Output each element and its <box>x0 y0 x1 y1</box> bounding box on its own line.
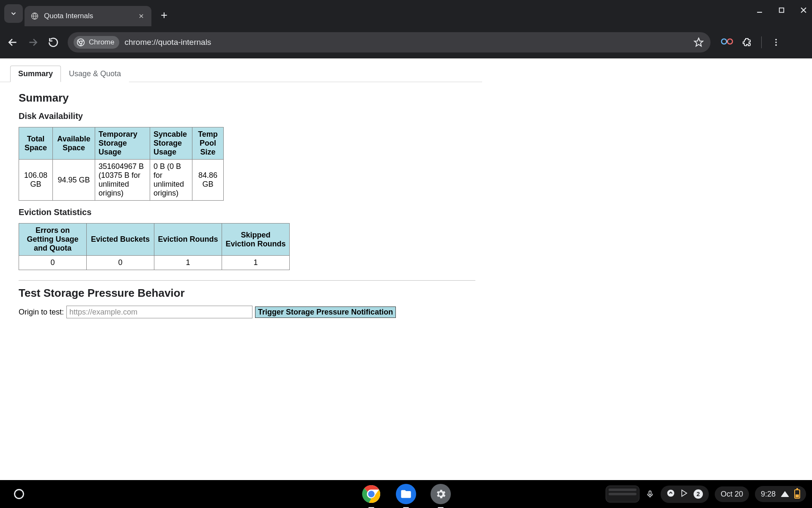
extensions-icon[interactable] <box>741 36 753 48</box>
kebab-menu-icon[interactable] <box>770 36 782 48</box>
notification-badge: 2 <box>694 489 703 499</box>
chrome-icon <box>76 38 85 47</box>
window-controls <box>754 5 809 15</box>
table-header-row: Errors on Getting Usage and Quota Evicte… <box>19 224 290 256</box>
svg-point-18 <box>727 39 732 44</box>
tab-usage-quota[interactable]: Usage & Quota <box>61 66 129 82</box>
maximize-icon[interactable] <box>776 5 787 15</box>
cell-skipped-rounds: 1 <box>222 256 290 270</box>
svg-rect-6 <box>779 8 784 13</box>
mic-icon[interactable] <box>645 489 655 499</box>
svg-point-20 <box>775 39 777 41</box>
omnibox[interactable]: Chrome chrome://quota-internals <box>68 32 710 52</box>
tab-strip: Quota Internals <box>0 0 812 26</box>
svg-point-29 <box>667 489 675 497</box>
origin-input[interactable] <box>66 306 252 318</box>
trigger-pressure-button[interactable]: Trigger Storage Pressure Notification <box>255 306 396 318</box>
svg-point-21 <box>775 41 777 43</box>
eviction-stats-table: Errors on Getting Usage and Quota Evicte… <box>19 223 290 270</box>
date-pill[interactable]: Oct 20 <box>715 486 749 502</box>
cell-temp-storage: 351604967 B (10375 B for unlimited origi… <box>95 160 150 201</box>
tab-summary[interactable]: Summary <box>10 66 61 82</box>
col-evicted-buckets: Evicted Buckets <box>87 224 154 256</box>
cell-errors: 0 <box>19 256 87 270</box>
tab-title: Quota Internals <box>44 12 133 20</box>
globe-icon <box>30 12 39 20</box>
col-syncable-storage: Syncable Storage Usage <box>150 127 192 160</box>
forward-button[interactable] <box>27 36 39 48</box>
site-chip-label: Chrome <box>89 38 114 47</box>
shelf-date: Oct 20 <box>721 490 743 499</box>
omnibox-url: chrome://quota-internals <box>124 38 211 47</box>
minimize-icon[interactable] <box>754 5 765 15</box>
col-skipped-rounds: Skipped Eviction Rounds <box>222 224 290 256</box>
browser-tab[interactable]: Quota Internals <box>25 6 151 26</box>
col-available-space: Available Space <box>53 127 95 160</box>
cell-temp-pool: 84.86 GB <box>192 160 224 201</box>
status-area: 2 Oct 20 9:28 <box>606 486 812 503</box>
shelf-time: 9:28 <box>761 490 776 499</box>
disk-availability-table: Total Space Available Space Temporary St… <box>19 127 224 201</box>
toolbar-right <box>721 36 782 48</box>
cell-available-space: 94.95 GB <box>53 160 95 201</box>
col-total-space: Total Space <box>19 127 53 160</box>
new-tab-button[interactable] <box>155 6 173 25</box>
svg-marker-30 <box>682 490 687 496</box>
toolbar-separator <box>761 36 762 48</box>
quick-settings-tray[interactable]: 2 <box>661 486 709 503</box>
cell-syncable-storage: 0 B (0 B for unlimited origins) <box>150 160 192 201</box>
heading-eviction-stats: Eviction Statistics <box>19 207 812 217</box>
battery-icon <box>794 489 800 499</box>
cell-eviction-rounds: 1 <box>154 256 222 270</box>
svg-point-23 <box>15 490 24 499</box>
origin-label: Origin to test: <box>19 308 64 317</box>
svg-marker-16 <box>694 38 703 46</box>
col-temp-pool: Temp Pool Size <box>192 127 224 160</box>
browser-toolbar: Chrome chrome://quota-internals <box>0 26 812 58</box>
page-tabs: Summary Usage & Quota <box>0 65 482 82</box>
app-settings[interactable] <box>431 484 451 504</box>
col-errors: Errors on Getting Usage and Quota <box>19 224 87 256</box>
search-tabs-button[interactable] <box>4 4 23 23</box>
heading-disk-availability: Disk Availability <box>19 111 812 121</box>
back-button[interactable] <box>7 36 19 48</box>
bookmark-star-icon[interactable] <box>693 36 705 48</box>
wifi-icon <box>781 491 789 497</box>
site-chip[interactable]: Chrome <box>74 36 119 49</box>
virtual-keyboard-toggle[interactable] <box>606 486 639 502</box>
app-files[interactable] <box>396 484 416 504</box>
table-header-row: Total Space Available Space Temporary St… <box>19 127 224 160</box>
caret-up-icon <box>667 489 675 500</box>
clock-pill[interactable]: 9:28 <box>755 486 806 502</box>
browser-window: Quota Internals Chrome chrome://quot <box>0 0 812 480</box>
table-row: 106.08 GB 94.95 GB 351604967 B (10375 B … <box>19 160 224 201</box>
svg-rect-27 <box>649 491 651 495</box>
goggles-icon[interactable] <box>721 38 733 47</box>
launcher-button[interactable] <box>8 483 30 505</box>
reload-button[interactable] <box>47 36 59 48</box>
cell-evicted-buckets: 0 <box>87 256 154 270</box>
play-store-icon <box>680 489 689 500</box>
app-chrome[interactable] <box>361 484 381 504</box>
page-viewport[interactable]: Summary Usage & Quota Summary Disk Avail… <box>0 58 812 480</box>
test-pressure-form: Origin to test: Trigger Storage Pressure… <box>19 306 812 318</box>
cell-total-space: 106.08 GB <box>19 160 53 201</box>
page-content: Summary Usage & Quota Summary Disk Avail… <box>0 65 812 318</box>
close-tab-icon[interactable] <box>137 12 145 20</box>
pinned-apps <box>361 484 451 504</box>
section-divider <box>19 280 475 281</box>
close-window-icon[interactable] <box>798 5 809 15</box>
chromeos-shelf: 2 Oct 20 9:28 <box>0 480 812 508</box>
svg-point-22 <box>775 44 777 46</box>
heading-test-pressure: Test Storage Pressure Behavior <box>19 287 812 300</box>
col-eviction-rounds: Eviction Rounds <box>154 224 222 256</box>
svg-point-17 <box>721 39 727 44</box>
col-temp-storage: Temporary Storage Usage <box>95 127 150 160</box>
heading-summary: Summary <box>19 91 812 105</box>
table-row: 0 0 1 1 <box>19 256 290 270</box>
